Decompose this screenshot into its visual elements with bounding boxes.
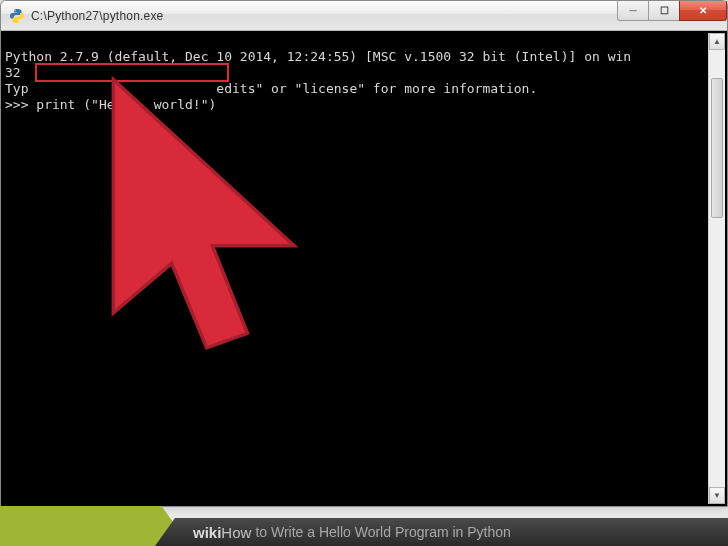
maximize-icon: ☐ xyxy=(660,5,669,16)
maximize-button[interactable]: ☐ xyxy=(648,1,680,21)
console-line: Typ edits" or "license" for more informa… xyxy=(5,81,723,97)
vertical-scrollbar[interactable]: ▲ ▼ xyxy=(708,33,725,504)
wikihow-banner: wikiHow to Write a Hello World Program i… xyxy=(0,506,728,546)
console-output[interactable]: Python 2.7.9 (default, Dec 10 2014, 12:2… xyxy=(1,31,727,506)
article-title: to Write a Hello World Program in Python xyxy=(255,524,510,540)
chevron-up-icon: ▲ xyxy=(713,37,721,46)
svg-point-0 xyxy=(14,10,15,11)
console-prompt-line: >>> print ("Hello, world!") xyxy=(5,97,723,113)
minimize-button[interactable]: ─ xyxy=(617,1,649,21)
prompt: >>> xyxy=(5,97,36,112)
svg-point-1 xyxy=(18,20,19,21)
scroll-down-button[interactable]: ▼ xyxy=(709,487,725,504)
window-controls: ─ ☐ ✕ xyxy=(618,1,727,30)
window-title: C:\Python27\python.exe xyxy=(31,9,618,23)
close-icon: ✕ xyxy=(699,5,707,16)
console-line: 32 xyxy=(5,65,723,81)
title-bar[interactable]: C:\Python27\python.exe ─ ☐ ✕ xyxy=(1,1,727,31)
application-window: C:\Python27\python.exe ─ ☐ ✕ Python 2.7.… xyxy=(0,0,728,507)
python-icon xyxy=(9,8,25,24)
minimize-icon: ─ xyxy=(629,5,636,16)
scroll-up-button[interactable]: ▲ xyxy=(709,33,725,50)
console-line: Python 2.7.9 (default, Dec 10 2014, 12:2… xyxy=(5,49,723,65)
scroll-thumb[interactable] xyxy=(711,78,723,218)
wikihow-logo: wikiHow xyxy=(193,524,251,541)
command-text: print ("Hello, world!") xyxy=(36,97,216,112)
close-button[interactable]: ✕ xyxy=(679,1,727,21)
chevron-down-icon: ▼ xyxy=(713,491,721,500)
banner-main: wikiHow to Write a Hello World Program i… xyxy=(155,518,728,546)
